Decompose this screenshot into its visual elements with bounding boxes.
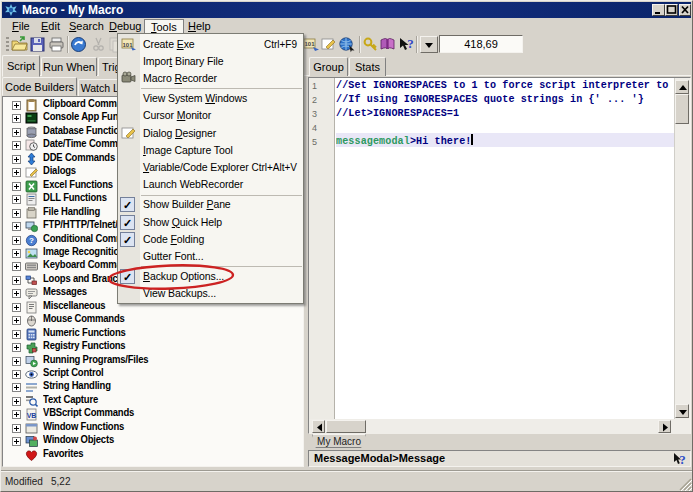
svg-text:?: ?	[29, 236, 34, 245]
svg-text:VB: VB	[27, 412, 37, 419]
svg-text:?: ?	[407, 36, 414, 51]
svg-text:101: 101	[122, 41, 133, 47]
svg-text:?: ?	[679, 452, 686, 466]
svg-text:101: 101	[304, 41, 315, 47]
